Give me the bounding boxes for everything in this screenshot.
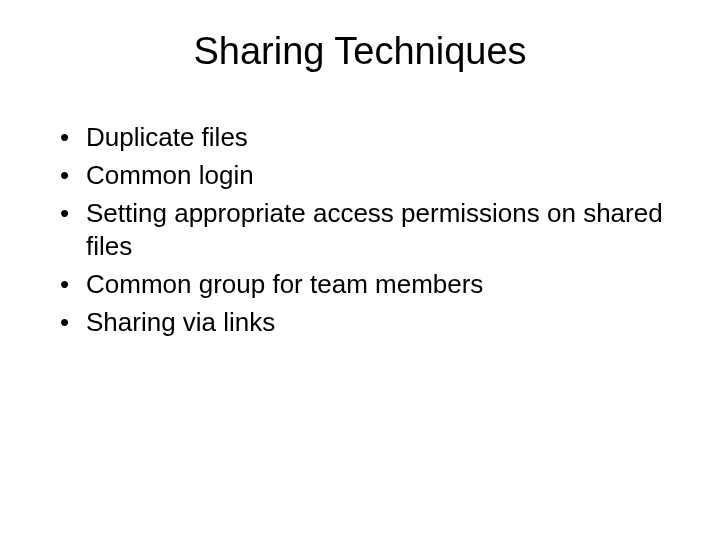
list-item: Setting appropriate access permissions o… bbox=[50, 197, 670, 265]
bullet-list: Duplicate files Common login Setting app… bbox=[50, 121, 670, 340]
list-item: Common login bbox=[50, 159, 670, 193]
list-item: Sharing via links bbox=[50, 306, 670, 340]
list-item: Duplicate files bbox=[50, 121, 670, 155]
list-item: Common group for team members bbox=[50, 268, 670, 302]
slide-title: Sharing Techniques bbox=[50, 30, 670, 73]
slide-container: Sharing Techniques Duplicate files Commo… bbox=[0, 0, 720, 540]
